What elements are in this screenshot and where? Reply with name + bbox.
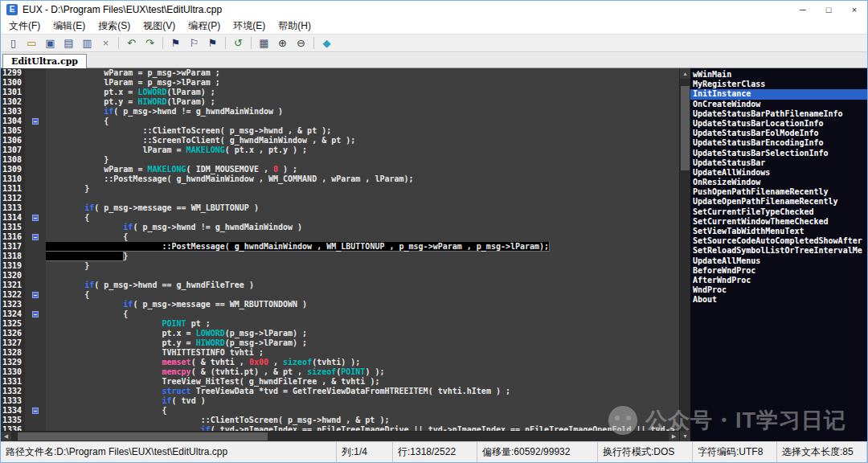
fold-margin[interactable] xyxy=(25,126,46,136)
fold-margin[interactable] xyxy=(25,348,46,358)
code-text[interactable]: { xyxy=(46,406,679,416)
scroll-left-icon[interactable]: ◀ xyxy=(1,432,11,441)
code-text[interactable] xyxy=(46,271,679,281)
file-compare-button[interactable]: ◆ xyxy=(318,35,335,51)
fold-margin[interactable] xyxy=(25,300,46,309)
code-text[interactable]: { xyxy=(46,117,679,126)
code-text[interactable]: lParam = MAKELONG( pt.x , pt.y ) ; xyxy=(46,145,679,155)
fold-margin[interactable] xyxy=(25,242,46,252)
code-text[interactable]: memset( & tvhti , 0x00 , sizeof(tvhti) )… xyxy=(46,358,679,367)
code-text[interactable]: ::PostMessage( g_hwndMainWindow , WM_COM… xyxy=(46,174,679,184)
code-text[interactable]: wParam = p_msg->wParam ; xyxy=(46,68,679,78)
code-text[interactable]: if( p_msg->message == WM_LBUTTONUP ) xyxy=(46,203,679,213)
fold-margin[interactable] xyxy=(25,309,46,319)
code-text[interactable]: } xyxy=(46,252,679,261)
fold-margin[interactable] xyxy=(25,261,46,271)
menu-item-help[interactable]: 帮助(H) xyxy=(272,19,317,33)
menu-item-file[interactable]: 文件(F) xyxy=(2,19,47,33)
fold-margin[interactable] xyxy=(25,223,46,232)
code-text[interactable]: lParam = p_msg->lParam ; xyxy=(46,78,679,88)
code-text[interactable]: ::ClientToScreen( p_msg->hwnd , & pt ); xyxy=(46,126,679,136)
save-file-button[interactable]: ▣ xyxy=(42,35,59,51)
code-text[interactable]: ::ScreenToClient( g_hwndMainWindow , & p… xyxy=(46,136,679,145)
symbol-item[interactable]: SetViewTabWidthMenuText xyxy=(690,227,867,236)
fold-margin[interactable] xyxy=(25,107,46,117)
menu-item-view[interactable]: 视图(V) xyxy=(137,19,182,33)
fold-collapse-icon[interactable] xyxy=(32,215,39,221)
fold-margin[interactable] xyxy=(25,97,46,107)
fold-margin[interactable] xyxy=(25,203,46,213)
scroll-down-icon[interactable]: ▼ xyxy=(680,431,690,441)
save-as-button[interactable]: ▤ xyxy=(60,35,77,51)
code-text[interactable]: } xyxy=(46,155,679,165)
code-text[interactable]: { xyxy=(46,309,679,319)
symbol-item[interactable]: UpdateOpenPathFilenameRecently xyxy=(690,197,867,207)
fold-collapse-icon[interactable] xyxy=(32,311,39,318)
symbol-item[interactable]: About xyxy=(690,295,867,305)
open-file-button[interactable]: ▭ xyxy=(23,35,40,51)
fold-collapse-icon[interactable] xyxy=(32,408,39,414)
symbol-item[interactable]: OnCreateWindow xyxy=(690,100,867,109)
fold-margin[interactable] xyxy=(25,252,46,261)
fold-margin[interactable] xyxy=(25,338,46,348)
code-text[interactable]: TVHITTESTINFO tvhti ; xyxy=(46,348,679,358)
navigate-back-button[interactable]: ↺ xyxy=(230,35,247,51)
fold-margin[interactable] xyxy=(25,184,46,194)
fold-collapse-icon[interactable] xyxy=(32,234,39,240)
code-text[interactable]: if( tvd->nImageIndex == nFileTreeImageDr… xyxy=(46,425,679,431)
symbol-item[interactable]: wWinMain xyxy=(690,70,867,80)
symbol-item[interactable]: UpdateStatusBarEolModeInfo xyxy=(690,129,867,138)
fold-margin[interactable] xyxy=(25,406,46,416)
symbol-item[interactable]: UpdateAllMenus xyxy=(690,256,867,266)
code-text[interactable]: { xyxy=(46,290,679,300)
fold-margin[interactable] xyxy=(25,145,46,155)
symbol-item[interactable]: SetCurrentFileTypeChecked xyxy=(690,207,867,217)
code-text[interactable]: pt.x = LOWORD(p_msg->lParam) ; xyxy=(46,329,679,338)
code-text[interactable]: if( p_msg->hwnd != g_hwndMainWindow ) xyxy=(46,223,679,232)
symbol-item[interactable]: PushOpenPathFilenameRecently xyxy=(690,187,867,197)
code-text[interactable]: if( tvd ) xyxy=(46,396,679,406)
symbol-item[interactable]: UpdateStatusBarEncodingInfo xyxy=(690,138,867,148)
code-text[interactable]: } xyxy=(46,261,679,271)
vertical-scroll-thumb[interactable] xyxy=(681,86,690,170)
fold-margin[interactable] xyxy=(25,281,46,290)
vertical-scroll-track[interactable] xyxy=(680,79,690,431)
fold-margin[interactable] xyxy=(25,232,46,242)
scroll-up-icon[interactable]: ▲ xyxy=(680,68,690,79)
save-all-button[interactable]: ▥ xyxy=(79,35,96,51)
fold-margin[interactable] xyxy=(25,377,46,387)
fold-margin[interactable] xyxy=(25,387,46,396)
horizontal-scrollbar[interactable]: ◀ ▶ xyxy=(1,431,679,441)
fold-margin[interactable] xyxy=(25,78,46,88)
close-button[interactable]: × xyxy=(841,1,867,18)
symbol-item[interactable]: WndProc xyxy=(690,285,867,295)
code-text[interactable]: if( p_msg->hwnd == g_hwndFileTree ) xyxy=(46,281,679,290)
code-text[interactable]: { xyxy=(46,232,679,242)
fold-margin[interactable] xyxy=(25,396,46,406)
menu-item-program[interactable]: 编程(P) xyxy=(182,19,227,33)
fold-margin[interactable] xyxy=(25,174,46,184)
code-text[interactable]: TreeView_HitTest( g_hwndFileTree , & tvh… xyxy=(46,377,679,387)
menu-item-edit[interactable]: 编辑(E) xyxy=(47,19,92,33)
fold-margin[interactable] xyxy=(25,117,46,126)
fold-margin[interactable] xyxy=(25,271,46,281)
symbol-item[interactable]: InitInstance xyxy=(690,89,867,99)
symbol-item[interactable]: UpdateStatusBar xyxy=(690,158,867,168)
zoom-in-button[interactable]: ⊕ xyxy=(274,35,291,51)
symbol-item[interactable]: AfterWndProc xyxy=(690,276,867,285)
fold-margin[interactable] xyxy=(25,88,46,97)
code-text[interactable]: pt.y = HIWORD(p_msg->lParam) ; xyxy=(46,338,679,348)
fold-margin[interactable] xyxy=(25,425,46,431)
code-text[interactable]: ::ClientToScreen( p_msg->hwnd , & pt ); xyxy=(46,416,679,425)
menu-item-search[interactable]: 搜索(S) xyxy=(92,19,137,33)
fold-margin[interactable] xyxy=(25,416,46,425)
toggle-bookmark-button[interactable]: ⚑ xyxy=(167,35,184,51)
code-text[interactable]: pt.x = LOWORD(lParam) ; xyxy=(46,88,679,97)
fold-margin[interactable] xyxy=(25,136,46,145)
prev-bookmark-button[interactable]: ⚐ xyxy=(186,35,203,51)
menu-item-environment[interactable]: 环境(E) xyxy=(227,19,272,33)
hex-view-button[interactable]: ▦ xyxy=(256,35,272,51)
tab-editultra-cpp[interactable]: EditUltra.cpp xyxy=(2,54,87,68)
minimize-button[interactable]: ─ xyxy=(790,1,816,18)
fold-margin[interactable] xyxy=(25,68,46,78)
